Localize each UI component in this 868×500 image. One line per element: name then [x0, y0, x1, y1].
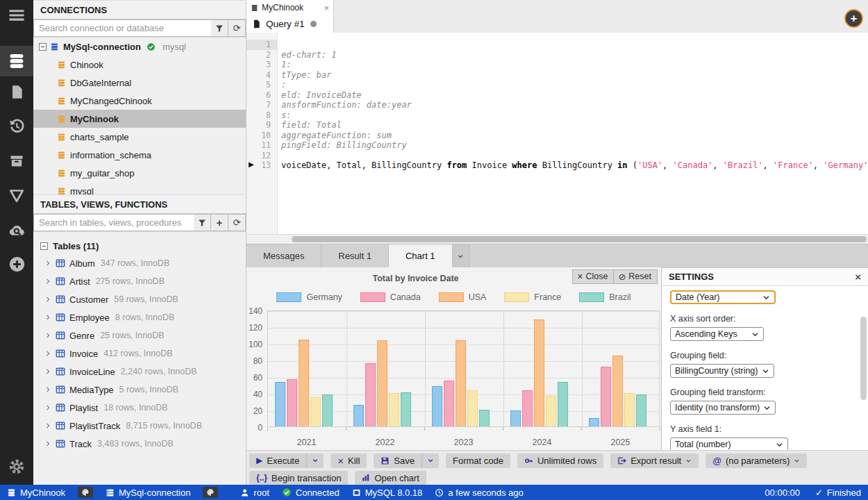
result-tab-chart-1[interactable]: Chart 1	[389, 244, 453, 267]
export-result-button[interactable]: Export result	[610, 453, 699, 468]
parameters-button[interactable]: @(no parameters)	[706, 453, 807, 468]
archive-icon[interactable]	[0, 146, 33, 176]
settings-select-2[interactable]: BillingCountry (string)	[670, 364, 774, 378]
expand-chevron-icon[interactable]	[44, 422, 51, 429]
expand-chevron-icon[interactable]	[44, 314, 51, 321]
database-icon[interactable]	[0, 46, 33, 76]
expand-chevron-icon[interactable]	[44, 260, 51, 267]
chevron-down-icon	[794, 458, 800, 464]
expand-chevron-icon[interactable]	[44, 332, 51, 339]
table-row-playlist[interactable]: Playlist18 rows, InnoDB	[33, 399, 246, 417]
tables-group-row[interactable]: Tables (11)	[33, 238, 246, 254]
table-row-artist[interactable]: Artist275 rows, InnoDB	[33, 272, 246, 290]
statement-play-marker-icon[interactable]: ▶	[249, 160, 254, 168]
expand-chevron-icon[interactable]	[44, 404, 51, 411]
result-tab-messages[interactable]: Messages	[247, 244, 322, 267]
table-icon	[56, 349, 65, 358]
table-row-mediatype[interactable]: MediaType5 rows, InnoDB	[33, 381, 246, 399]
scrollbar-thumb[interactable]	[292, 236, 867, 242]
database-item-mysql[interactable]: mysql	[33, 182, 246, 194]
begin-transaction-button[interactable]: {..}Begin transaction	[249, 471, 348, 485]
close-tab-icon[interactable]: ×	[324, 3, 329, 13]
table-row-genre[interactable]: Genre25 rows, InnoDB	[33, 326, 246, 344]
tables-search-input[interactable]	[33, 214, 194, 231]
connection-color-palette-button[interactable]	[203, 487, 218, 498]
collapse-box-icon[interactable]	[40, 242, 48, 250]
database-item-dbgateinternal[interactable]: DbGateInternal	[33, 74, 246, 92]
unlimited-rows-button[interactable]: Unlimited rows	[517, 453, 603, 468]
legend-item-brazil[interactable]: Brazil	[579, 292, 631, 302]
add-circle-icon[interactable]	[0, 249, 33, 279]
sql-editor[interactable]: 12345678910111213▶ ed-chart: 11:tType: b…	[247, 33, 868, 234]
expand-chevron-icon[interactable]	[44, 278, 51, 285]
legend-item-germany[interactable]: Germany	[276, 292, 342, 302]
legend-item-usa[interactable]: USA	[439, 292, 487, 302]
table-row-playlisttrack[interactable]: PlaylistTrack8,715 rows, InnoDB	[33, 417, 246, 435]
history-icon[interactable]	[0, 111, 33, 142]
save-button[interactable]: Save	[374, 453, 422, 468]
database-item-mychangedchinook[interactable]: MyChangedChinook	[33, 92, 246, 110]
chart-close-button[interactable]: ×Close	[572, 269, 614, 284]
table-row-album[interactable]: Album347 rows, InnoDB	[33, 254, 246, 272]
connections-filter-button[interactable]	[211, 19, 228, 37]
code-line-3: 1:	[281, 60, 868, 70]
new-tab-button[interactable]: +	[844, 9, 863, 28]
database-item-information_schema[interactable]: information_schema	[33, 146, 246, 164]
tab-query-1[interactable]: Query #1	[247, 15, 334, 33]
tables-list: Tables (11)Album347 rows, InnoDBArtist27…	[33, 232, 246, 485]
settings-gear-icon[interactable]	[0, 454, 33, 479]
expand-chevron-icon[interactable]	[44, 386, 51, 393]
settings-scrollbar-thumb[interactable]	[860, 317, 867, 400]
expand-chevron-icon[interactable]	[44, 350, 51, 357]
database-item-charts_sample[interactable]: charts_sample	[33, 128, 246, 146]
connections-search-input[interactable]	[33, 19, 211, 37]
settings-close-icon[interactable]: ×	[855, 271, 861, 283]
result-tab-result-1[interactable]: Result 1	[322, 244, 389, 267]
settings-select-0[interactable]: Date (Year)	[670, 290, 776, 304]
table-row-invoice[interactable]: Invoice412 rows, InnoDB	[33, 344, 246, 362]
save-dropdown-button[interactable]	[422, 453, 439, 468]
legend-item-france[interactable]: France	[504, 292, 561, 302]
braces-icon: {..}	[256, 473, 267, 483]
kill-button[interactable]: ×Kill	[331, 453, 367, 468]
connection-root-item[interactable]: MySql-connectionmysql	[33, 38, 246, 56]
execute-button[interactable]: ▶Execute	[249, 453, 307, 468]
collapse-box-icon[interactable]	[39, 43, 47, 51]
execute-dropdown-button[interactable]	[307, 453, 324, 468]
chart-reset-button[interactable]: ⊘Reset	[614, 269, 658, 284]
table-row-customer[interactable]: Customer59 rows, InnoDB	[33, 290, 246, 308]
table-row-employee[interactable]: Employee8 rows, InnoDB	[33, 308, 246, 326]
filter-triangle-icon[interactable]	[0, 181, 33, 211]
expand-chevron-icon[interactable]	[44, 440, 51, 447]
table-row-invoiceline[interactable]: InvoiceLine2,240 rows, InnoDB	[33, 362, 246, 381]
legend-label: Canada	[390, 292, 421, 302]
open-chart-button[interactable]: Open chart	[355, 471, 426, 485]
cloud-search-icon[interactable]	[0, 215, 33, 246]
database-color-palette-button[interactable]	[78, 487, 93, 498]
menu-icon[interactable]	[0, 0, 33, 31]
tab-database-mychinook[interactable]: MyChinook ×	[247, 0, 334, 15]
settings-select-4[interactable]: Total (number)	[670, 438, 788, 450]
editor-horizontal-scrollbar[interactable]	[247, 234, 868, 244]
statusbar-connection[interactable]: MySql-connection	[106, 488, 190, 498]
expand-chevron-icon[interactable]	[44, 296, 51, 303]
tables-add-button[interactable]: +	[211, 214, 228, 231]
database-item-my_guitar_shop[interactable]: my_guitar_shop	[33, 164, 246, 182]
result-tabs-dropdown-button[interactable]	[453, 244, 469, 267]
statusbar-database[interactable]: MyChinook	[7, 488, 65, 498]
limit-rows-icon	[524, 456, 533, 465]
expand-chevron-icon[interactable]	[44, 368, 51, 375]
format-code-button[interactable]: Format code	[446, 453, 510, 468]
tables-refresh-button[interactable]: ⟳	[228, 214, 246, 231]
connections-refresh-button[interactable]: ⟳	[228, 19, 246, 37]
database-item-chinook[interactable]: Chinook	[33, 56, 246, 74]
y-tick-label: 80	[247, 356, 262, 366]
tables-filter-button[interactable]	[194, 214, 211, 231]
table-row-track[interactable]: Track3,483 rows, InnoDB	[33, 435, 246, 453]
legend-item-canada[interactable]: Canada	[360, 292, 421, 302]
settings-select-3[interactable]: Identity (no transform)	[670, 401, 776, 415]
settings-select-1[interactable]: Ascending Keys	[670, 327, 764, 341]
editor-code[interactable]: ed-chart: 11:tType: bar:eld: InvoiceDate…	[278, 33, 868, 234]
database-item-mychinook[interactable]: MyChinook	[33, 110, 246, 128]
file-icon[interactable]	[0, 76, 33, 107]
